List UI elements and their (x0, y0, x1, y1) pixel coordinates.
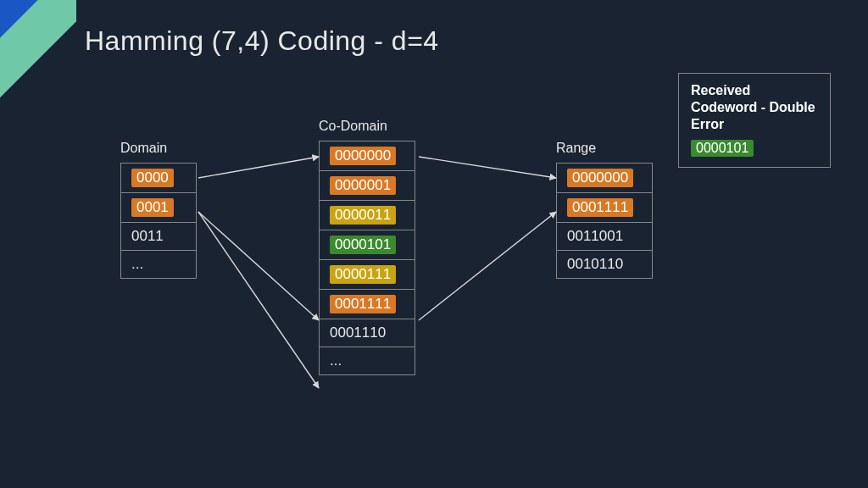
range-value: 0000000 (567, 169, 633, 187)
codomain-value: 0000101 (330, 236, 396, 254)
svg-line-3 (419, 157, 556, 178)
range-label: Range (556, 141, 653, 156)
codomain-cell: ... (320, 347, 415, 374)
codomain-value: 0000011 (330, 206, 396, 225)
codomain-cell: 0000111 (320, 260, 415, 290)
codomain-label: Co-Domain (319, 119, 415, 134)
codomain-cell: 0001110 (320, 319, 415, 347)
codomain-cell: 0000101 (320, 230, 415, 260)
svg-line-1 (198, 212, 319, 320)
page-title: Hamming (7,4) Coding - d=4 (85, 25, 439, 57)
codomain-value: 0001111 (330, 295, 396, 313)
range-cell: 0001111 (557, 193, 652, 223)
domain-value: 0000 (131, 169, 174, 187)
range-cell: 0000000 (557, 164, 652, 193)
domain-cell: 0001 (121, 193, 196, 223)
codomain-value: 0000111 (330, 265, 396, 284)
corner-decoration (0, 0, 76, 102)
codomain-column: Co-Domain 000000000000010000011000010100… (319, 119, 415, 375)
domain-cell: 0000 (121, 164, 196, 193)
range-column: Range 0000000000111100110010010110 (556, 141, 653, 279)
codomain-cell: 0000001 (320, 171, 415, 201)
codomain-cell: 0000011 (320, 201, 415, 230)
domain-column: Domain 000000010011... (120, 141, 197, 279)
received-codeword-box: Received Codeword - Double Error 0000101 (678, 73, 831, 168)
domain-label: Domain (120, 141, 197, 156)
domain-value: 0001 (131, 198, 174, 217)
svg-line-0 (198, 157, 319, 178)
codomain-value: 0000000 (330, 147, 396, 165)
range-value: 0001111 (567, 198, 633, 217)
received-value: 0000101 (691, 140, 754, 157)
range-cell: 0011001 (557, 223, 652, 251)
received-title: Received Codeword - Double Error (691, 82, 818, 133)
svg-line-2 (198, 212, 319, 388)
codomain-cell: 0000000 (320, 141, 415, 171)
codomain-cell: 0001111 (320, 290, 415, 319)
codomain-value: 0000001 (330, 176, 396, 195)
domain-cell: ... (121, 251, 196, 278)
range-cell: 0010110 (557, 251, 652, 278)
domain-cell: 0011 (121, 223, 196, 251)
svg-line-4 (419, 212, 556, 320)
